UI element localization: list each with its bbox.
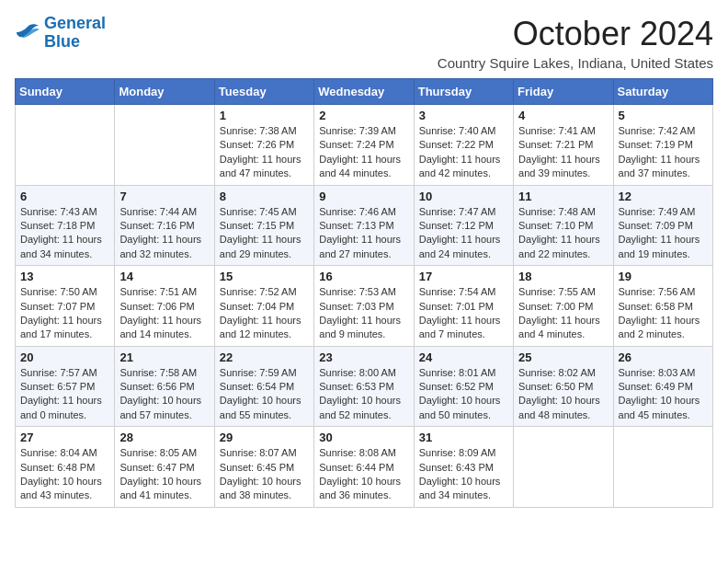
- day-info: Sunrise: 7:52 AM Sunset: 7:04 PM Dayligh…: [220, 285, 309, 342]
- calendar-cell: 15Sunrise: 7:52 AM Sunset: 7:04 PM Dayli…: [214, 266, 313, 347]
- calendar-week-1: 1Sunrise: 7:38 AM Sunset: 7:26 PM Daylig…: [16, 105, 713, 186]
- day-number: 21: [119, 350, 209, 364]
- day-info: Sunrise: 7:45 AM Sunset: 7:15 PM Dayligh…: [220, 205, 309, 262]
- calendar-table: Sunday Monday Tuesday Wednesday Thursday…: [15, 78, 713, 508]
- calendar-cell: 28Sunrise: 8:05 AM Sunset: 6:47 PM Dayli…: [115, 427, 214, 508]
- day-number: 8: [220, 190, 309, 203]
- day-number: 3: [419, 109, 508, 122]
- day-info: Sunrise: 7:56 AM Sunset: 6:58 PM Dayligh…: [619, 285, 708, 342]
- calendar-cell: 7Sunrise: 7:44 AM Sunset: 7:16 PM Daylig…: [115, 185, 214, 266]
- calendar-cell: 26Sunrise: 8:03 AM Sunset: 6:49 PM Dayli…: [613, 346, 712, 427]
- calendar-cell: 18Sunrise: 7:55 AM Sunset: 7:00 PM Dayli…: [514, 266, 613, 347]
- day-number: 16: [319, 270, 408, 283]
- day-info: Sunrise: 7:38 AM Sunset: 7:26 PM Dayligh…: [220, 124, 309, 181]
- calendar-cell: 20Sunrise: 7:57 AM Sunset: 6:57 PM Dayli…: [16, 346, 115, 427]
- day-number: 15: [220, 270, 309, 283]
- calendar-cell: 19Sunrise: 7:56 AM Sunset: 6:58 PM Dayli…: [613, 266, 712, 347]
- day-info: Sunrise: 7:58 AM Sunset: 6:56 PM Dayligh…: [119, 366, 209, 423]
- calendar-cell: 23Sunrise: 8:00 AM Sunset: 6:53 PM Dayli…: [314, 346, 414, 427]
- calendar-cell: 9Sunrise: 7:46 AM Sunset: 7:13 PM Daylig…: [314, 185, 414, 266]
- day-number: 10: [419, 190, 508, 203]
- logo-text: General Blue: [44, 15, 106, 52]
- calendar-cell: 5Sunrise: 7:42 AM Sunset: 7:19 PM Daylig…: [613, 105, 712, 186]
- calendar-cell: [613, 427, 712, 508]
- calendar-cell: 22Sunrise: 7:59 AM Sunset: 6:54 PM Dayli…: [214, 346, 313, 427]
- day-number: 25: [518, 350, 608, 364]
- calendar-cell: 16Sunrise: 7:53 AM Sunset: 7:03 PM Dayli…: [314, 266, 414, 347]
- day-info: Sunrise: 8:07 AM Sunset: 6:45 PM Dayligh…: [220, 446, 309, 503]
- day-number: 28: [119, 431, 209, 444]
- location-title: Country Squire Lakes, Indiana, United St…: [438, 55, 713, 71]
- col-monday: Monday: [115, 79, 214, 105]
- day-info: Sunrise: 7:42 AM Sunset: 7:19 PM Dayligh…: [619, 124, 708, 181]
- calendar-week-2: 6Sunrise: 7:43 AM Sunset: 7:18 PM Daylig…: [16, 185, 713, 266]
- day-info: Sunrise: 8:09 AM Sunset: 6:43 PM Dayligh…: [419, 446, 508, 503]
- day-info: Sunrise: 7:48 AM Sunset: 7:10 PM Dayligh…: [518, 205, 608, 262]
- calendar-cell: [514, 427, 613, 508]
- calendar-header-row: Sunday Monday Tuesday Wednesday Thursday…: [16, 79, 713, 105]
- day-info: Sunrise: 7:39 AM Sunset: 7:24 PM Dayligh…: [319, 124, 408, 181]
- day-number: 1: [220, 109, 309, 122]
- day-number: 5: [619, 109, 708, 122]
- day-number: 22: [220, 350, 309, 364]
- day-info: Sunrise: 8:05 AM Sunset: 6:47 PM Dayligh…: [119, 446, 209, 503]
- day-info: Sunrise: 8:02 AM Sunset: 6:50 PM Dayligh…: [518, 366, 608, 423]
- calendar-cell: [16, 105, 115, 186]
- calendar-cell: 13Sunrise: 7:50 AM Sunset: 7:07 PM Dayli…: [16, 266, 115, 347]
- day-number: 20: [20, 350, 109, 364]
- day-info: Sunrise: 8:08 AM Sunset: 6:44 PM Dayligh…: [319, 446, 408, 503]
- calendar-cell: 12Sunrise: 7:49 AM Sunset: 7:09 PM Dayli…: [613, 185, 712, 266]
- calendar-week-5: 27Sunrise: 8:04 AM Sunset: 6:48 PM Dayli…: [16, 427, 713, 508]
- day-info: Sunrise: 7:41 AM Sunset: 7:21 PM Dayligh…: [518, 124, 608, 181]
- day-info: Sunrise: 7:55 AM Sunset: 7:00 PM Dayligh…: [518, 285, 608, 342]
- calendar-cell: 1Sunrise: 7:38 AM Sunset: 7:26 PM Daylig…: [214, 105, 313, 186]
- calendar-cell: 11Sunrise: 7:48 AM Sunset: 7:10 PM Dayli…: [514, 185, 613, 266]
- logo-icon: [15, 23, 40, 43]
- day-info: Sunrise: 8:03 AM Sunset: 6:49 PM Dayligh…: [619, 366, 708, 423]
- day-info: Sunrise: 7:53 AM Sunset: 7:03 PM Dayligh…: [319, 285, 408, 342]
- calendar-cell: 21Sunrise: 7:58 AM Sunset: 6:56 PM Dayli…: [115, 346, 214, 427]
- day-number: 4: [518, 109, 608, 122]
- calendar-cell: 24Sunrise: 8:01 AM Sunset: 6:52 PM Dayli…: [414, 346, 513, 427]
- day-number: 2: [319, 109, 408, 122]
- day-number: 26: [619, 350, 708, 364]
- day-number: 23: [319, 350, 408, 364]
- calendar-cell: 3Sunrise: 7:40 AM Sunset: 7:22 PM Daylig…: [414, 105, 513, 186]
- day-info: Sunrise: 7:44 AM Sunset: 7:16 PM Dayligh…: [119, 205, 209, 262]
- calendar-week-4: 20Sunrise: 7:57 AM Sunset: 6:57 PM Dayli…: [16, 346, 713, 427]
- day-number: 27: [20, 431, 109, 444]
- page-header: General Blue October 2024 Country Squire…: [15, 15, 713, 71]
- calendar-cell: 31Sunrise: 8:09 AM Sunset: 6:43 PM Dayli…: [414, 427, 513, 508]
- day-number: 7: [119, 190, 209, 203]
- day-number: 12: [619, 190, 708, 203]
- col-wednesday: Wednesday: [314, 79, 414, 105]
- day-info: Sunrise: 8:04 AM Sunset: 6:48 PM Dayligh…: [20, 446, 109, 503]
- day-number: 18: [518, 270, 608, 283]
- day-number: 31: [419, 431, 508, 444]
- title-block: October 2024 Country Squire Lakes, India…: [438, 15, 713, 71]
- col-sunday: Sunday: [16, 79, 115, 105]
- logo-line2: Blue: [44, 32, 80, 51]
- day-number: 6: [20, 190, 109, 203]
- day-info: Sunrise: 7:59 AM Sunset: 6:54 PM Dayligh…: [220, 366, 309, 423]
- col-tuesday: Tuesday: [214, 79, 313, 105]
- col-saturday: Saturday: [613, 79, 712, 105]
- day-info: Sunrise: 7:57 AM Sunset: 6:57 PM Dayligh…: [20, 366, 109, 423]
- month-title: October 2024: [438, 15, 713, 53]
- calendar-cell: 4Sunrise: 7:41 AM Sunset: 7:21 PM Daylig…: [514, 105, 613, 186]
- day-number: 30: [319, 431, 408, 444]
- logo: General Blue: [15, 15, 106, 52]
- day-number: 29: [220, 431, 309, 444]
- day-number: 17: [419, 270, 508, 283]
- calendar-cell: 29Sunrise: 8:07 AM Sunset: 6:45 PM Dayli…: [214, 427, 313, 508]
- day-number: 11: [518, 190, 608, 203]
- col-thursday: Thursday: [414, 79, 513, 105]
- day-number: 19: [619, 270, 708, 283]
- day-info: Sunrise: 7:40 AM Sunset: 7:22 PM Dayligh…: [419, 124, 508, 181]
- day-info: Sunrise: 7:46 AM Sunset: 7:13 PM Dayligh…: [319, 205, 408, 262]
- day-info: Sunrise: 7:50 AM Sunset: 7:07 PM Dayligh…: [20, 285, 109, 342]
- day-info: Sunrise: 7:49 AM Sunset: 7:09 PM Dayligh…: [619, 205, 708, 262]
- day-number: 24: [419, 350, 508, 364]
- day-info: Sunrise: 7:54 AM Sunset: 7:01 PM Dayligh…: [419, 285, 508, 342]
- calendar-cell: 8Sunrise: 7:45 AM Sunset: 7:15 PM Daylig…: [214, 185, 313, 266]
